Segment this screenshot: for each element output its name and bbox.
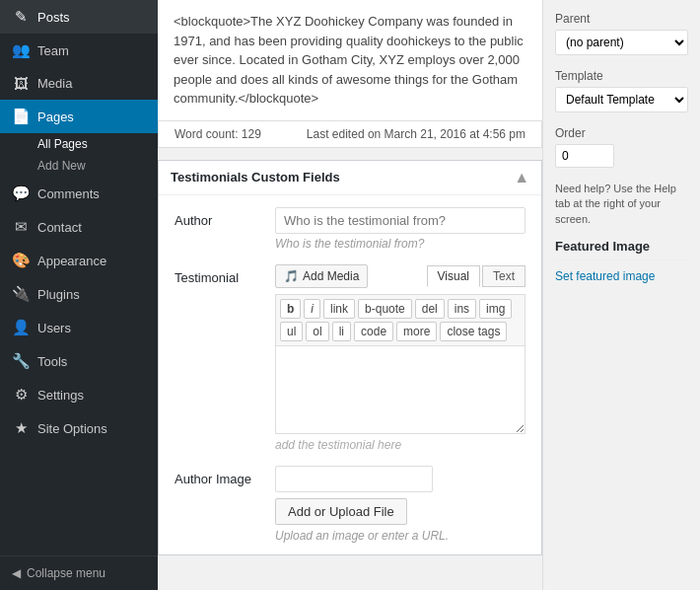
sidebar-item-tools[interactable]: 🔧 Tools xyxy=(0,344,158,378)
format-link[interactable]: link xyxy=(323,299,355,319)
sidebar-item-posts[interactable]: ✎ Posts xyxy=(0,0,158,34)
order-input[interactable] xyxy=(555,144,614,168)
add-media-button[interactable]: 🎵 Add Media xyxy=(275,264,368,288)
sidebar-sub-all-pages[interactable]: All Pages xyxy=(0,133,158,155)
testimonial-field-row: Testimonial 🎵 Add Media Visual Text xyxy=(175,264,525,452)
team-icon: 👥 xyxy=(12,41,30,59)
testimonial-label: Testimonial xyxy=(175,264,263,285)
posts-icon: ✎ xyxy=(12,8,30,26)
testimonials-meta-box: Testimonials Custom Fields ▲ Author Who … xyxy=(158,160,542,555)
media-icon: 🖼 xyxy=(12,75,30,92)
template-select[interactable]: Default Template xyxy=(555,87,688,112)
upload-btn-wrapper: Add or Upload File xyxy=(275,498,525,525)
format-img[interactable]: img xyxy=(479,299,512,319)
format-code[interactable]: code xyxy=(354,322,393,341)
template-meta-box: Template Default Template xyxy=(555,69,688,112)
sidebar-item-label: Pages xyxy=(37,110,74,124)
users-icon: 👤 xyxy=(12,319,30,336)
editor-placeholder: add the testimonial here xyxy=(275,438,525,452)
sidebar-item-label: Plugins xyxy=(37,287,80,302)
tab-visual[interactable]: Visual xyxy=(427,265,480,287)
sidebar-sub-add-new[interactable]: Add New xyxy=(0,155,158,177)
word-count-bar: Word count: 129 Last edited on March 21,… xyxy=(158,121,542,148)
author-image-label: Author Image xyxy=(175,466,263,486)
sidebar-item-label: Media xyxy=(37,76,72,91)
right-sidebar: Parent (no parent) Template Default Temp… xyxy=(542,0,700,590)
sidebar-item-team[interactable]: 👥 Team xyxy=(0,34,158,67)
sidebar-item-label: Users xyxy=(37,321,71,335)
sidebar-item-site-options[interactable]: ★ Site Options xyxy=(0,411,158,445)
parent-meta-box: Parent (no parent) xyxy=(555,12,688,55)
author-field-content: Who is the testimonial from? xyxy=(275,207,525,251)
author-input[interactable] xyxy=(275,207,525,234)
contact-icon: ✉ xyxy=(12,218,30,236)
testimonials-meta-box-header[interactable]: Testimonials Custom Fields ▲ xyxy=(159,161,541,195)
pages-icon: 📄 xyxy=(12,108,30,125)
editor-area: <blockquote>The XYZ Doohickey Company wa… xyxy=(158,0,542,590)
author-label: Author xyxy=(175,207,263,228)
upload-file-button[interactable]: Add or Upload File xyxy=(275,498,407,525)
order-label: Order xyxy=(555,126,688,140)
sidebar-item-comments[interactable]: 💬 Comments xyxy=(0,177,158,210)
testimonial-editor: 🎵 Add Media Visual Text b i xyxy=(275,264,525,452)
format-ins[interactable]: ins xyxy=(448,299,476,319)
settings-icon: ⚙ xyxy=(12,386,30,404)
testimonials-meta-box-body: Author Who is the testimonial from? Test… xyxy=(159,195,541,554)
tab-text[interactable]: Text xyxy=(482,265,525,287)
sidebar-item-appearance[interactable]: 🎨 Appearance xyxy=(0,244,158,277)
sidebar: ✎ Posts 👥 Team 🖼 Media 📄 Pages All Pages… xyxy=(0,0,158,590)
collapse-menu-button[interactable]: ◀ Collapse menu xyxy=(0,555,158,590)
content-wrap: <blockquote>The XYZ Doohickey Company wa… xyxy=(158,0,700,590)
add-media-label: Add Media xyxy=(303,269,359,283)
format-more[interactable]: more xyxy=(396,322,437,341)
author-image-section: Author Image Add or Upload File Upload a… xyxy=(175,466,525,543)
format-italic[interactable]: i xyxy=(304,299,320,319)
format-ul[interactable]: ul xyxy=(280,322,303,341)
author-hint: Who is the testimonial from? xyxy=(275,237,525,251)
sidebar-item-label: Appearance xyxy=(37,254,106,268)
author-field-row: Author Who is the testimonial from? xyxy=(175,207,525,251)
testimonials-box-title: Testimonials Custom Fields xyxy=(171,170,340,184)
order-meta-box: Order xyxy=(555,126,688,168)
testimonial-textarea[interactable] xyxy=(275,345,525,434)
sidebar-item-label: Settings xyxy=(37,388,84,403)
format-close-tags[interactable]: close tags xyxy=(440,322,507,341)
add-media-icon: 🎵 xyxy=(284,269,299,283)
blockquote-section: <blockquote>The XYZ Doohickey Company wa… xyxy=(158,0,542,121)
format-bquote[interactable]: b-quote xyxy=(358,299,412,319)
format-bold[interactable]: b xyxy=(280,299,301,319)
sidebar-item-label: Posts xyxy=(37,10,70,25)
sidebar-item-contact[interactable]: ✉ Contact xyxy=(0,210,158,244)
sidebar-item-plugins[interactable]: 🔌 Plugins xyxy=(0,277,158,311)
sidebar-item-label: Tools xyxy=(37,354,67,369)
meta-box-toggle-icon[interactable]: ▲ xyxy=(514,169,529,186)
format-li[interactable]: li xyxy=(332,322,351,341)
sidebar-item-settings[interactable]: ⚙ Settings xyxy=(0,378,158,411)
author-image-row: Author Image Add or Upload File Upload a… xyxy=(175,466,525,543)
sidebar-item-label: Site Options xyxy=(37,421,107,436)
parent-select[interactable]: (no parent) xyxy=(555,30,688,55)
sidebar-item-pages[interactable]: 📄 Pages xyxy=(0,100,158,133)
collapse-arrow-icon: ◀ xyxy=(12,566,21,580)
word-count-label: Word count: 129 xyxy=(175,127,261,141)
blockquote-text: <blockquote>The XYZ Doohickey Company wa… xyxy=(174,14,524,106)
format-del[interactable]: del xyxy=(415,299,445,319)
template-label: Template xyxy=(555,69,688,83)
help-text: Need help? Use the Help tab at the right… xyxy=(555,182,688,227)
editor-format-bar: b i link b-quote del ins img ul ol li co xyxy=(275,294,525,345)
author-image-input[interactable] xyxy=(275,466,433,492)
site-options-icon: ★ xyxy=(12,419,30,437)
featured-image-title: Featured Image xyxy=(555,239,688,260)
sidebar-item-label: Comments xyxy=(37,186,100,201)
editor-toolbar-top: 🎵 Add Media Visual Text xyxy=(275,264,525,288)
plugins-icon: 🔌 xyxy=(12,285,30,303)
sidebar-item-users[interactable]: 👤 Users xyxy=(0,311,158,344)
comments-icon: 💬 xyxy=(12,184,30,202)
sidebar-item-media[interactable]: 🖼 Media xyxy=(0,67,158,100)
last-edited-label: Last edited on March 21, 2016 at 4:56 pm xyxy=(307,127,525,141)
editor-tabs: Visual Text xyxy=(427,265,525,287)
tools-icon: 🔧 xyxy=(12,352,30,370)
set-featured-image-link[interactable]: Set featured image xyxy=(555,269,655,283)
format-ol[interactable]: ol xyxy=(306,322,328,341)
appearance-icon: 🎨 xyxy=(12,252,30,269)
